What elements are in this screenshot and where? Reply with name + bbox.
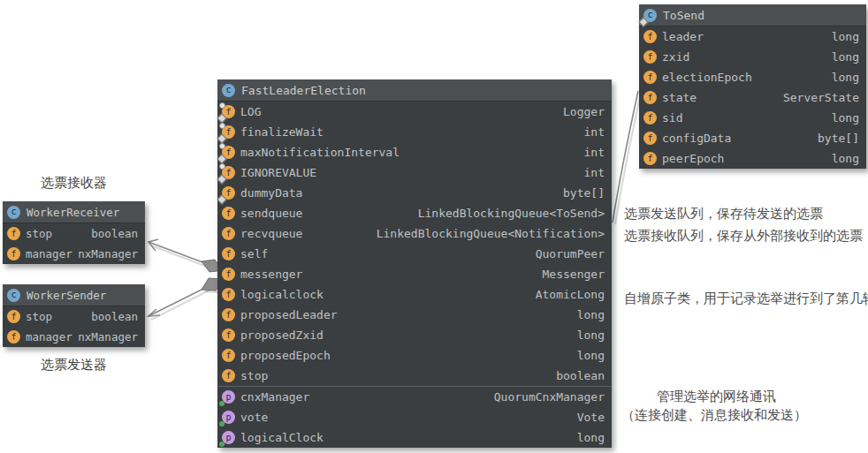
member-name: zxid <box>662 50 689 64</box>
field-row-stop[interactable]: fstopboolean <box>3 306 145 327</box>
field-row-manager[interactable]: fmanagernxManager <box>3 327 145 347</box>
member-type: LinkedBlockingQueue<ToSend> <box>418 207 605 220</box>
member-type: long <box>832 50 859 64</box>
field-icon: f <box>643 91 657 104</box>
class-header-tosend[interactable]: cToSend <box>639 4 866 26</box>
field-icon: f <box>643 30 657 43</box>
annotation-send-queue: 选票发送队列，保存待发送的选票 <box>624 204 823 223</box>
field-row-sid[interactable]: fsidlong <box>639 108 866 128</box>
member-name: stop <box>26 227 52 240</box>
member-name: LOG <box>240 105 261 118</box>
member-type: boolean <box>556 369 605 382</box>
property-row-cnxManager[interactable]: pcnxManagerQuorumCnxManager <box>217 387 612 407</box>
field-icon: f <box>7 247 20 260</box>
field-row-state[interactable]: fstateServerState <box>639 87 866 108</box>
field-icon: f <box>222 166 235 179</box>
member-type: Vote <box>577 411 605 424</box>
field-row-stop[interactable]: fstopboolean <box>217 366 612 386</box>
property-row-vote[interactable]: pvoteVote <box>217 407 612 427</box>
label-worker-sender: 选票发送器 <box>3 357 145 374</box>
field-icon: f <box>222 328 235 342</box>
field-row-peerEpoch[interactable]: fpeerEpochlong <box>639 148 866 169</box>
member-type: long <box>577 431 605 444</box>
field-icon: f <box>643 50 657 64</box>
field-row-logicalclock[interactable]: flogicalclockAtomicLong <box>217 284 612 305</box>
annotation-logical-clock: 自增原子类，用于记录选举进行到了第几轮 <box>624 289 868 307</box>
composition-edge-worker-sender <box>148 278 223 316</box>
member-name: logicalClock <box>240 431 324 444</box>
member-type: byte[] <box>563 186 605 200</box>
member-name: proposedLeader <box>240 308 338 321</box>
member-name: manager <box>26 330 72 344</box>
field-row-finalizeWait[interactable]: ffinalizeWaitint <box>217 122 612 142</box>
property-section: pcnxManagerQuorumCnxManagerpvoteVoteplog… <box>217 386 612 448</box>
member-type: QuorumPeer <box>536 247 605 260</box>
property-icon: p <box>222 431 235 444</box>
field-row-leader[interactable]: fleaderlong <box>639 26 866 47</box>
member-type: int <box>584 125 605 139</box>
diagram-canvas: cFastLeaderElectionfLOGLoggerffinalizeWa… <box>0 0 868 453</box>
member-type: long <box>832 71 859 84</box>
field-icon: f <box>222 288 235 301</box>
class-icon: c <box>643 9 657 22</box>
field-icon: f <box>222 227 235 240</box>
member-name: electionEpoch <box>662 71 752 84</box>
member-type: long <box>832 152 859 165</box>
field-icon: f <box>222 349 235 362</box>
class-box-workerreceiver[interactable]: cWorkerReceiverfstopbooleanfmanagernxMan… <box>3 201 145 264</box>
composition-edge-worker-receiver <box>148 239 223 272</box>
field-icon: f <box>222 207 235 220</box>
class-header-workerreceiver[interactable]: cWorkerReceiver <box>3 201 145 223</box>
class-header-fastleaderelection[interactable]: cFastLeaderElection <box>217 79 612 102</box>
field-row-recvqueue[interactable]: frecvqueueLinkedBlockingQueue<Notificati… <box>217 223 612 244</box>
member-type: long <box>832 111 859 125</box>
member-name: stop <box>240 369 268 382</box>
class-title: ToSend <box>663 9 704 22</box>
field-row-proposedLeader[interactable]: fproposedLeaderlong <box>217 305 612 325</box>
field-icon: f <box>643 152 657 165</box>
class-box-tosend[interactable]: cToSendfleaderlongfzxidlongfelectionEpoc… <box>639 4 866 169</box>
property-row-logicalClock[interactable]: plogicalClocklong <box>217 427 612 448</box>
field-row-maxNotificationInterval[interactable]: fmaxNotificationIntervalint <box>217 142 612 162</box>
label-worker-receiver: 选票接收器 <box>3 175 145 192</box>
member-name: proposedEpoch <box>240 349 331 362</box>
class-header-workersender[interactable]: cWorkerSender <box>3 284 145 306</box>
member-type: Messenger <box>543 268 605 281</box>
field-row-electionEpoch[interactable]: felectionEpochlong <box>639 67 866 87</box>
property-icon: p <box>222 411 235 424</box>
class-title: WorkerSender <box>27 289 106 302</box>
field-row-proposedEpoch[interactable]: fproposedEpochlong <box>217 345 612 366</box>
field-row-proposedZxid[interactable]: fproposedZxidlong <box>217 325 612 345</box>
field-icon: f <box>222 268 235 281</box>
field-icon: f <box>7 227 20 240</box>
class-box-fastleaderelection[interactable]: cFastLeaderElectionfLOGLoggerffinalizeWa… <box>217 79 612 448</box>
member-name: self <box>240 247 268 260</box>
member-type: byte[] <box>818 132 859 145</box>
class-box-workersender[interactable]: cWorkerSenderfstopbooleanfmanagernxManag… <box>3 284 145 347</box>
annotation-recv-queue: 选票接收队列，保存从外部接收到的选票 <box>624 226 863 245</box>
field-row-dummyData[interactable]: fdummyDatabyte[] <box>217 183 612 203</box>
field-row-manager[interactable]: fmanagernxManager <box>3 244 145 264</box>
field-row-stop[interactable]: fstopboolean <box>3 223 145 244</box>
field-row-IGNOREVALUE[interactable]: fIGNOREVALUEint <box>217 162 612 183</box>
class-icon: c <box>7 289 20 302</box>
field-icon: f <box>643 111 657 125</box>
field-row-self[interactable]: fselfQuorumPeer <box>217 244 612 264</box>
field-row-LOG[interactable]: fLOGLogger <box>217 102 612 122</box>
field-row-messenger[interactable]: fmessengerMessenger <box>217 264 612 284</box>
class-title: WorkerReceiver <box>27 206 119 219</box>
field-row-sendqueue[interactable]: fsendqueueLinkedBlockingQueue<ToSend> <box>217 203 612 223</box>
member-name: finalizeWait <box>240 125 324 139</box>
field-row-configData[interactable]: fconfigDatabyte[] <box>639 128 866 148</box>
member-name: peerEpoch <box>662 152 724 165</box>
field-section: fLOGLoggerffinalizeWaitintfmaxNotificati… <box>217 102 612 386</box>
member-name: proposedZxid <box>240 328 324 342</box>
member-type: long <box>577 349 605 362</box>
member-name: maxNotificationInterval <box>240 146 400 159</box>
member-name: IGNOREVALUE <box>240 166 316 179</box>
field-icon: f <box>7 310 20 323</box>
field-icon: f <box>222 146 235 159</box>
field-row-zxid[interactable]: fzxidlong <box>639 47 866 67</box>
field-icon: f <box>222 369 235 382</box>
field-section: fleaderlongfzxidlongfelectionEpochlongfs… <box>639 26 866 169</box>
